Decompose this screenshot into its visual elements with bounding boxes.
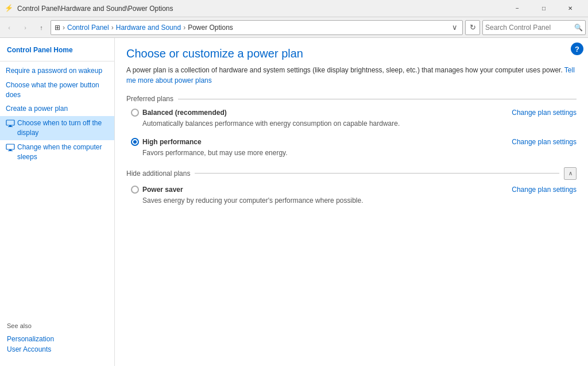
plan-high-performance-radio-label[interactable]: High performance <box>131 138 202 146</box>
search-bar[interactable]: 🔍 <box>482 20 586 35</box>
sidebar-nav: Control Panel Home Require a password on… <box>0 44 114 317</box>
breadcrumb-bar[interactable]: ⊞ › Control Panel › Hardware and Sound ›… <box>51 20 463 35</box>
breadcrumb-hardware-sound[interactable]: Hardware and Sound <box>116 24 181 32</box>
up-button[interactable]: ↑ <box>34 21 48 34</box>
content-area: ? Choose or customize a power plan A pow… <box>115 38 588 366</box>
breadcrumb-sep-1: › <box>111 24 114 32</box>
sidebar-personalization-link[interactable]: Personalization <box>0 334 114 344</box>
sidebar-wrapper: Control Panel Home Require a password on… <box>0 44 114 360</box>
plan-high-performance-header: High performance Change plan settings <box>131 138 577 146</box>
plan-high-performance-description: Favors performance, but may use more ene… <box>142 148 577 158</box>
preferred-plans-section-header: Preferred plans <box>126 95 577 103</box>
back-button[interactable]: ‹ <box>2 21 16 34</box>
search-input[interactable] <box>485 24 574 32</box>
addressbar: ‹ › ↑ ⊞ › Control Panel › Hardware and S… <box>0 17 588 38</box>
sidebar-footer: See also Personalization User Accounts <box>0 317 114 360</box>
breadcrumb-current: Power Options <box>188 24 233 32</box>
breadcrumb-sep-0: › <box>63 24 65 32</box>
preferred-plans-label: Preferred plans <box>126 95 173 103</box>
plan-balanced-name: Balanced (recommended) <box>142 109 227 117</box>
sidebar: Control Panel Home Require a password on… <box>0 38 115 366</box>
breadcrumb: ⊞ › Control Panel › Hardware and Sound ›… <box>55 24 451 32</box>
window-controls: − □ ✕ <box>504 0 583 17</box>
plan-power-saver-radio-label[interactable]: Power saver <box>131 186 183 194</box>
plan-high-performance-radio[interactable] <box>131 138 139 146</box>
description-text: A power plan is a collection of hardware… <box>126 66 563 74</box>
plan-balanced-radio[interactable] <box>131 109 139 117</box>
additional-plans-section-header: Hide additional plans ∧ <box>126 167 577 180</box>
plan-power-saver-header: Power saver Change plan settings <box>131 186 577 194</box>
sidebar-item-require-password[interactable]: Require a password on wakeup <box>0 64 114 78</box>
preferred-plans-divider <box>178 99 577 99</box>
svg-rect-3 <box>6 144 14 149</box>
sidebar-item-display-off-label: Choose when to turn off the display <box>17 118 110 138</box>
plan-balanced-radio-label[interactable]: Balanced (recommended) <box>131 109 227 117</box>
plan-power-saver-description: Saves energy by reducing your computer's… <box>142 196 577 206</box>
monitor-icon <box>6 119 15 128</box>
sidebar-item-create-plan-label: Create a power plan <box>6 104 110 114</box>
svg-rect-1 <box>9 125 11 126</box>
page-title: Choose or customize a power plan <box>126 47 577 60</box>
svg-rect-0 <box>6 120 14 125</box>
plan-power-saver: Power saver Change plan settings Saves e… <box>126 186 577 206</box>
additional-plans-label: Hide additional plans <box>126 169 190 178</box>
plan-high-performance-settings-link[interactable]: Change plan settings <box>512 138 577 146</box>
main-layout: Control Panel Home Require a password on… <box>0 38 588 366</box>
additional-plans-divider <box>195 173 559 174</box>
sidebar-item-computer-sleeps-label: Change when the computer sleeps <box>17 142 110 162</box>
plan-power-saver-settings-link[interactable]: Change plan settings <box>512 186 577 194</box>
titlebar: ⚡ Control Panel\Hardware and Sound\Power… <box>0 0 588 17</box>
breadcrumb-dropdown[interactable]: ∨ <box>451 23 459 32</box>
plan-high-performance-name: High performance <box>142 138 202 146</box>
svg-rect-2 <box>8 126 13 127</box>
close-button[interactable]: ✕ <box>557 0 583 17</box>
sidebar-item-power-button[interactable]: Choose what the power button does <box>0 78 114 102</box>
breadcrumb-icon: ⊞ <box>55 24 60 32</box>
page-description: A power plan is a collection of hardware… <box>126 65 577 86</box>
plan-balanced-header: Balanced (recommended) Change plan setti… <box>131 109 577 117</box>
sidebar-item-display-off[interactable]: Choose when to turn off the display <box>0 116 114 140</box>
plan-balanced-description: Automatically balances performance with … <box>142 119 577 129</box>
sleep-icon <box>6 143 15 152</box>
sidebar-user-accounts-link[interactable]: User Accounts <box>0 344 114 355</box>
svg-rect-4 <box>9 149 11 151</box>
sidebar-item-power-button-label: Choose what the power button does <box>6 80 110 100</box>
sidebar-divider <box>0 61 114 61</box>
sidebar-home[interactable]: Control Panel Home <box>0 44 114 59</box>
search-icon[interactable]: 🔍 <box>574 24 583 32</box>
window-title: Control Panel\Hardware and Sound\Power O… <box>17 5 504 13</box>
sidebar-item-require-password-label: Require a password on wakeup <box>6 66 110 76</box>
plan-balanced: Balanced (recommended) Change plan setti… <box>126 109 577 129</box>
breadcrumb-control-panel[interactable]: Control Panel <box>67 24 109 32</box>
minimize-button[interactable]: − <box>504 0 531 17</box>
additional-plans-toggle[interactable]: ∧ <box>564 167 577 180</box>
svg-rect-5 <box>8 151 13 151</box>
breadcrumb-sep-2: › <box>183 24 185 32</box>
app-icon: ⚡ <box>5 4 14 13</box>
see-also-label: See also <box>0 317 114 332</box>
forward-button[interactable]: › <box>18 21 32 34</box>
plan-power-saver-radio[interactable] <box>131 186 139 194</box>
plan-high-performance: High performance Change plan settings Fa… <box>126 138 577 158</box>
plan-balanced-settings-link[interactable]: Change plan settings <box>512 109 577 117</box>
plan-power-saver-name: Power saver <box>142 186 183 194</box>
help-button[interactable]: ? <box>571 43 583 55</box>
refresh-button[interactable]: ↻ <box>465 20 480 35</box>
sidebar-item-create-plan[interactable]: Create a power plan <box>0 102 114 116</box>
maximize-button[interactable]: □ <box>531 0 557 17</box>
sidebar-item-computer-sleeps[interactable]: Change when the computer sleeps <box>0 140 114 164</box>
